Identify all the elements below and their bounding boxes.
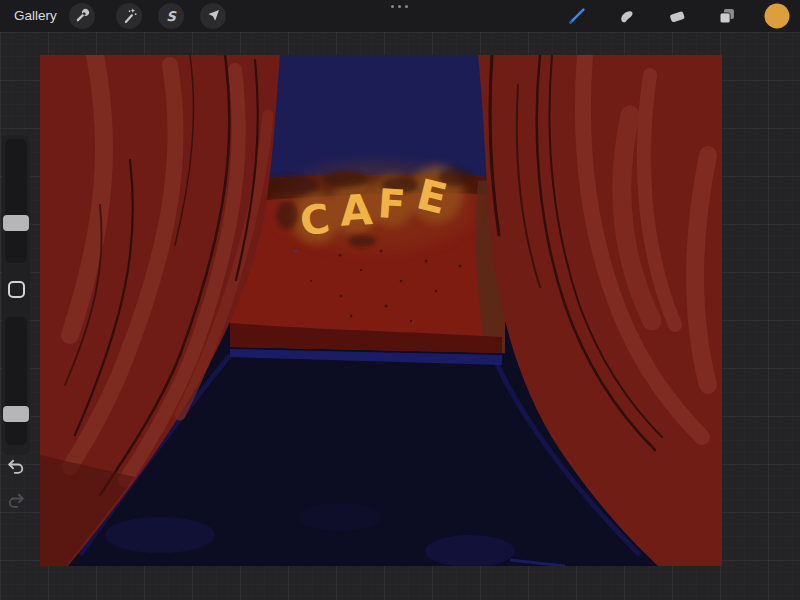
opacity-slider[interactable] [5, 317, 27, 445]
dot [398, 5, 401, 8]
top-toolbar: Gallery S [0, 0, 800, 32]
opacity-handle[interactable] [3, 406, 29, 422]
color-button[interactable] [764, 3, 790, 29]
transform-arrow-icon [203, 6, 223, 26]
smudge-icon [616, 5, 638, 27]
brush-size-slider[interactable] [5, 139, 27, 263]
eraser-icon [666, 5, 688, 27]
undo-icon [6, 457, 26, 477]
redo-button[interactable] [4, 489, 28, 513]
brush-sidebar [2, 135, 30, 455]
sign-letter: F [376, 180, 406, 228]
selection-button[interactable]: S [158, 3, 184, 29]
erase-tool-button[interactable] [664, 3, 690, 29]
layers-button[interactable] [714, 3, 740, 29]
selection-s-icon: S [161, 6, 181, 26]
adjustments-button[interactable] [116, 3, 142, 29]
artwork-canvas[interactable]: C A F E [40, 55, 722, 566]
sign-letter: A [339, 185, 375, 236]
artwork: C A F E [40, 55, 722, 566]
dot [405, 5, 408, 8]
paint-tool-button[interactable] [564, 3, 590, 29]
brush-size-handle[interactable] [3, 215, 29, 231]
modify-button[interactable] [8, 281, 25, 298]
multitasking-indicator[interactable] [391, 5, 408, 8]
color-swatch [764, 3, 790, 29]
paintbrush-icon [566, 5, 588, 27]
layers-icon [716, 5, 738, 27]
dot [391, 5, 394, 8]
undo-button[interactable] [4, 455, 28, 479]
redo-icon [6, 491, 26, 511]
actions-button[interactable] [69, 3, 95, 29]
smudge-tool-button[interactable] [614, 3, 640, 29]
gallery-button[interactable]: Gallery [14, 0, 57, 32]
magic-wand-icon [119, 6, 139, 26]
wrench-icon [72, 6, 92, 26]
transform-button[interactable] [200, 3, 226, 29]
svg-text:S: S [166, 9, 177, 24]
